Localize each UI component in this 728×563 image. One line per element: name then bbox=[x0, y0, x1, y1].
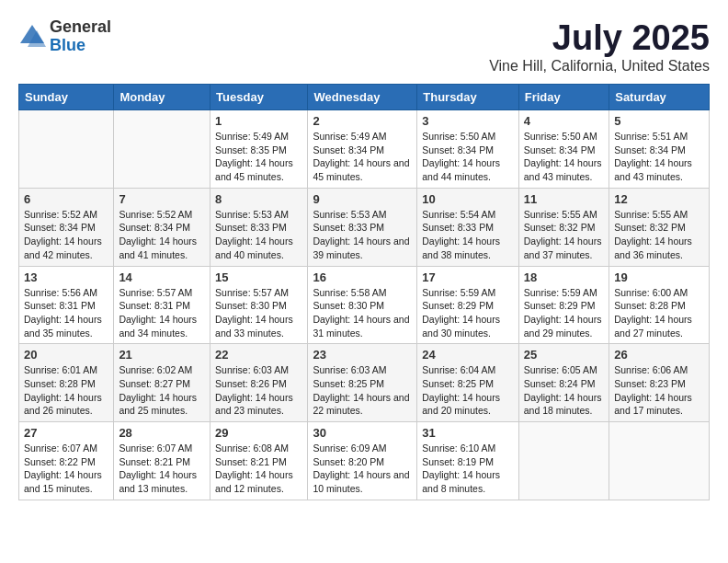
day-info: Sunrise: 5:54 AM Sunset: 8:33 PM Dayligh… bbox=[422, 208, 514, 262]
day-number: 26 bbox=[614, 348, 704, 362]
calendar-cell: 20Sunrise: 6:01 AM Sunset: 8:28 PM Dayli… bbox=[19, 344, 114, 422]
day-info: Sunrise: 6:07 AM Sunset: 8:21 PM Dayligh… bbox=[119, 442, 205, 496]
day-info: Sunrise: 5:57 AM Sunset: 8:31 PM Dayligh… bbox=[119, 286, 205, 340]
logo-text: General Blue bbox=[50, 18, 111, 55]
calendar-cell: 30Sunrise: 6:09 AM Sunset: 8:20 PM Dayli… bbox=[308, 422, 417, 500]
day-number: 4 bbox=[524, 114, 604, 128]
weekday-header: Wednesday bbox=[308, 85, 417, 110]
weekday-header: Friday bbox=[518, 85, 609, 110]
calendar-cell: 7Sunrise: 5:52 AM Sunset: 8:34 PM Daylig… bbox=[114, 188, 210, 266]
day-number: 21 bbox=[119, 348, 205, 362]
day-number: 28 bbox=[119, 426, 205, 440]
calendar-cell: 10Sunrise: 5:54 AM Sunset: 8:33 PM Dayli… bbox=[417, 188, 519, 266]
day-info: Sunrise: 5:55 AM Sunset: 8:32 PM Dayligh… bbox=[614, 208, 704, 262]
calendar-cell: 27Sunrise: 6:07 AM Sunset: 8:22 PM Dayli… bbox=[19, 422, 114, 500]
calendar-week-row: 20Sunrise: 6:01 AM Sunset: 8:28 PM Dayli… bbox=[19, 344, 710, 422]
calendar-cell: 9Sunrise: 5:53 AM Sunset: 8:33 PM Daylig… bbox=[308, 188, 417, 266]
calendar-cell: 6Sunrise: 5:52 AM Sunset: 8:34 PM Daylig… bbox=[19, 188, 114, 266]
calendar-cell: 23Sunrise: 6:03 AM Sunset: 8:25 PM Dayli… bbox=[308, 344, 417, 422]
subtitle: Vine Hill, California, United States bbox=[489, 58, 710, 75]
day-info: Sunrise: 6:10 AM Sunset: 8:19 PM Dayligh… bbox=[422, 442, 514, 496]
calendar-cell bbox=[609, 422, 710, 500]
day-info: Sunrise: 5:50 AM Sunset: 8:34 PM Dayligh… bbox=[422, 130, 514, 184]
calendar-cell: 3Sunrise: 5:50 AM Sunset: 8:34 PM Daylig… bbox=[417, 110, 519, 189]
day-number: 9 bbox=[313, 192, 412, 206]
day-info: Sunrise: 6:05 AM Sunset: 8:24 PM Dayligh… bbox=[524, 363, 604, 418]
day-info: Sunrise: 6:06 AM Sunset: 8:23 PM Dayligh… bbox=[614, 363, 704, 418]
calendar-cell: 22Sunrise: 6:03 AM Sunset: 8:26 PM Dayli… bbox=[210, 344, 308, 422]
calendar-week-row: 1Sunrise: 5:49 AM Sunset: 8:35 PM Daylig… bbox=[19, 110, 710, 189]
day-info: Sunrise: 6:07 AM Sunset: 8:22 PM Dayligh… bbox=[24, 442, 108, 496]
calendar-cell: 21Sunrise: 6:02 AM Sunset: 8:27 PM Dayli… bbox=[114, 344, 210, 422]
day-info: Sunrise: 6:00 AM Sunset: 8:28 PM Dayligh… bbox=[614, 286, 704, 340]
logo-general: General bbox=[50, 18, 111, 37]
calendar-table: SundayMondayTuesdayWednesdayThursdayFrid… bbox=[18, 84, 710, 500]
calendar-cell: 11Sunrise: 5:55 AM Sunset: 8:32 PM Dayli… bbox=[518, 188, 609, 266]
day-info: Sunrise: 5:57 AM Sunset: 8:30 PM Dayligh… bbox=[215, 286, 302, 340]
calendar-cell bbox=[114, 110, 210, 189]
day-number: 3 bbox=[422, 114, 514, 128]
day-info: Sunrise: 6:01 AM Sunset: 8:28 PM Dayligh… bbox=[24, 363, 108, 418]
calendar-cell: 19Sunrise: 6:00 AM Sunset: 8:28 PM Dayli… bbox=[609, 266, 710, 344]
calendar-cell bbox=[19, 110, 114, 189]
weekday-header: Sunday bbox=[19, 85, 114, 110]
day-info: Sunrise: 5:49 AM Sunset: 8:34 PM Dayligh… bbox=[313, 130, 412, 184]
calendar-cell: 16Sunrise: 5:58 AM Sunset: 8:30 PM Dayli… bbox=[308, 266, 417, 344]
day-info: Sunrise: 5:58 AM Sunset: 8:30 PM Dayligh… bbox=[313, 286, 412, 340]
weekday-header: Tuesday bbox=[210, 85, 308, 110]
day-info: Sunrise: 5:59 AM Sunset: 8:29 PM Dayligh… bbox=[422, 286, 514, 340]
day-number: 24 bbox=[422, 348, 514, 362]
calendar-week-row: 6Sunrise: 5:52 AM Sunset: 8:34 PM Daylig… bbox=[19, 188, 710, 266]
day-info: Sunrise: 5:55 AM Sunset: 8:32 PM Dayligh… bbox=[524, 208, 604, 262]
title-block: July 2025 Vine Hill, California, United … bbox=[489, 18, 710, 75]
calendar-cell: 12Sunrise: 5:55 AM Sunset: 8:32 PM Dayli… bbox=[609, 188, 710, 266]
page-header: General Blue July 2025 Vine Hill, Califo… bbox=[18, 18, 710, 75]
calendar-cell: 4Sunrise: 5:50 AM Sunset: 8:34 PM Daylig… bbox=[518, 110, 609, 189]
day-number: 19 bbox=[614, 270, 704, 284]
logo-icon bbox=[18, 23, 46, 51]
weekday-header: Thursday bbox=[417, 85, 519, 110]
calendar-week-row: 13Sunrise: 5:56 AM Sunset: 8:31 PM Dayli… bbox=[19, 266, 710, 344]
day-number: 14 bbox=[119, 270, 205, 284]
day-number: 29 bbox=[215, 426, 302, 440]
day-info: Sunrise: 5:52 AM Sunset: 8:34 PM Dayligh… bbox=[119, 208, 205, 262]
calendar-cell: 2Sunrise: 5:49 AM Sunset: 8:34 PM Daylig… bbox=[308, 110, 417, 189]
weekday-header: Monday bbox=[114, 85, 210, 110]
day-number: 17 bbox=[422, 270, 514, 284]
day-info: Sunrise: 6:03 AM Sunset: 8:26 PM Dayligh… bbox=[215, 363, 302, 418]
calendar-cell: 29Sunrise: 6:08 AM Sunset: 8:21 PM Dayli… bbox=[210, 422, 308, 500]
day-number: 18 bbox=[524, 270, 604, 284]
calendar-cell: 8Sunrise: 5:53 AM Sunset: 8:33 PM Daylig… bbox=[210, 188, 308, 266]
day-info: Sunrise: 5:59 AM Sunset: 8:29 PM Dayligh… bbox=[524, 286, 604, 340]
calendar-cell: 28Sunrise: 6:07 AM Sunset: 8:21 PM Dayli… bbox=[114, 422, 210, 500]
day-info: Sunrise: 5:50 AM Sunset: 8:34 PM Dayligh… bbox=[524, 130, 604, 184]
calendar-cell: 26Sunrise: 6:06 AM Sunset: 8:23 PM Dayli… bbox=[609, 344, 710, 422]
day-number: 25 bbox=[524, 348, 604, 362]
day-number: 2 bbox=[313, 114, 412, 128]
calendar-week-row: 27Sunrise: 6:07 AM Sunset: 8:22 PM Dayli… bbox=[19, 422, 710, 500]
weekday-header: Saturday bbox=[609, 85, 710, 110]
main-title: July 2025 bbox=[489, 18, 710, 58]
day-info: Sunrise: 5:49 AM Sunset: 8:35 PM Dayligh… bbox=[215, 130, 302, 184]
day-info: Sunrise: 5:53 AM Sunset: 8:33 PM Dayligh… bbox=[215, 208, 302, 262]
day-info: Sunrise: 6:08 AM Sunset: 8:21 PM Dayligh… bbox=[215, 442, 302, 496]
day-number: 13 bbox=[24, 270, 108, 284]
logo: General Blue bbox=[18, 18, 111, 55]
logo-blue: Blue bbox=[50, 37, 111, 55]
day-number: 10 bbox=[422, 192, 514, 206]
day-number: 11 bbox=[524, 192, 604, 206]
calendar-cell: 1Sunrise: 5:49 AM Sunset: 8:35 PM Daylig… bbox=[210, 110, 308, 189]
calendar-cell bbox=[518, 422, 609, 500]
day-number: 5 bbox=[614, 114, 704, 128]
day-info: Sunrise: 5:52 AM Sunset: 8:34 PM Dayligh… bbox=[24, 208, 108, 262]
day-number: 23 bbox=[313, 348, 412, 362]
calendar-cell: 14Sunrise: 5:57 AM Sunset: 8:31 PM Dayli… bbox=[114, 266, 210, 344]
day-number: 1 bbox=[215, 114, 302, 128]
calendar-cell: 31Sunrise: 6:10 AM Sunset: 8:19 PM Dayli… bbox=[417, 422, 519, 500]
day-info: Sunrise: 6:04 AM Sunset: 8:25 PM Dayligh… bbox=[422, 363, 514, 418]
day-number: 31 bbox=[422, 426, 514, 440]
day-info: Sunrise: 5:51 AM Sunset: 8:34 PM Dayligh… bbox=[614, 130, 704, 184]
day-number: 12 bbox=[614, 192, 704, 206]
calendar-cell: 5Sunrise: 5:51 AM Sunset: 8:34 PM Daylig… bbox=[609, 110, 710, 189]
calendar-body: 1Sunrise: 5:49 AM Sunset: 8:35 PM Daylig… bbox=[19, 110, 710, 500]
